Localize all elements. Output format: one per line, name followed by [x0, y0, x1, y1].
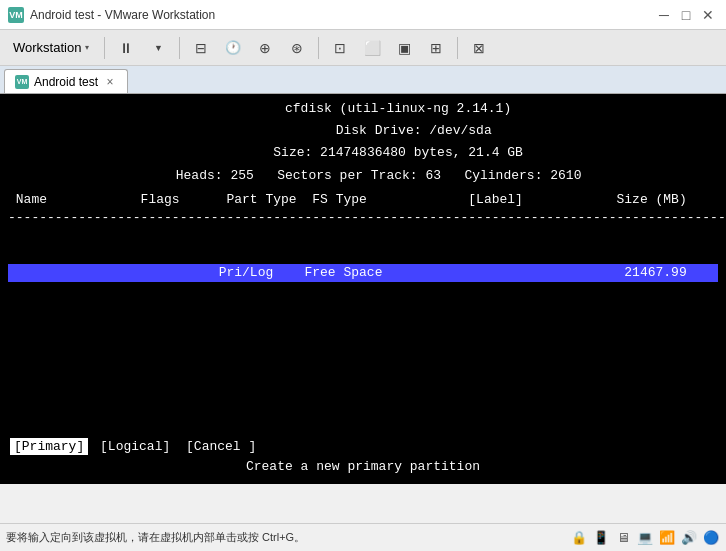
terminal-divider: ----------------------------------------…: [8, 209, 718, 227]
terminal-columns: Name Flags Part Type FS Type [Label] Siz…: [8, 191, 718, 209]
toolbar: Workstation ▾ ⏸ ▼ ⊟ 🕐 ⊕ ⊛ ⊡ ⬜ ▣ ⊞ ⊠: [0, 30, 726, 66]
terminal-line-3: Disk Drive: /dev/sda: [8, 122, 718, 140]
history-button[interactable]: 🕐: [218, 34, 248, 62]
window-controls: ─ □ ✕: [654, 5, 718, 25]
status-icons: 🔒 📱 🖥 💻 📶 🔊 🔵: [570, 529, 720, 547]
toolbar-separator-4: [457, 37, 458, 59]
tab-icon: VM: [15, 75, 29, 89]
terminal-options: [Primary] [Logical] [Cancel ]: [0, 439, 726, 454]
minimize-button[interactable]: ─: [654, 5, 674, 25]
view-button-2[interactable]: ⬜: [357, 34, 387, 62]
bluetooth-icon: 🔵: [702, 529, 720, 547]
tab-close-button[interactable]: ×: [103, 75, 117, 89]
terminal-line-4: Size: 21474836480 bytes, 21.4 GB: [8, 144, 718, 162]
terminal-create-msg: Create a new primary partition: [0, 458, 726, 476]
terminal-highlighted-row: Pri/Log Free Space 21467.99: [8, 227, 718, 318]
suspend-icon: ⊕: [259, 40, 271, 56]
fullscreen-icon: ⊠: [473, 40, 485, 56]
view-button-4[interactable]: ⊞: [421, 34, 451, 62]
device-icon-3: 💻: [636, 529, 654, 547]
view-icon-1: ⊡: [334, 40, 346, 56]
device-icon-1: 📱: [592, 529, 610, 547]
snapshot-button[interactable]: ⊟: [186, 34, 216, 62]
terminal-area[interactable]: cfdisk (util-linux-ng 2.14.1) Disk Drive…: [0, 94, 726, 484]
audio-icon: 🔊: [680, 529, 698, 547]
pause-dropdown-icon: ▼: [154, 43, 163, 53]
status-text: 要将输入定向到该虚拟机，请在虚拟机内部单击或按 Ctrl+G。: [6, 530, 570, 545]
view-icon-2: ⬜: [364, 40, 381, 56]
restore-button[interactable]: □: [676, 5, 696, 25]
pause-dropdown-button[interactable]: ▼: [143, 34, 173, 62]
workstation-menu-button[interactable]: Workstation ▾: [4, 34, 98, 62]
power-button[interactable]: ⊛: [282, 34, 312, 62]
view-icon-4: ⊞: [430, 40, 442, 56]
app-icon: VM: [8, 7, 24, 23]
cancel-option[interactable]: [Cancel ]: [182, 438, 260, 455]
status-bar: 要将输入定向到该虚拟机，请在虚拟机内部单击或按 Ctrl+G。 🔒 📱 🖥 💻 …: [0, 523, 726, 551]
tab-bar: VM Android test ×: [0, 66, 726, 94]
toolbar-separator-2: [179, 37, 180, 59]
workstation-dropdown-arrow: ▾: [85, 43, 89, 52]
window-title: Android test - VMware Workstation: [30, 8, 654, 22]
close-button[interactable]: ✕: [698, 5, 718, 25]
snapshot-icon: ⊟: [195, 40, 207, 56]
suspend-button[interactable]: ⊕: [250, 34, 280, 62]
history-icon: 🕐: [225, 40, 241, 55]
workstation-label: Workstation: [13, 40, 81, 55]
tab-label: Android test: [34, 75, 98, 89]
tab-android-test[interactable]: VM Android test ×: [4, 69, 128, 93]
view-button-3[interactable]: ▣: [389, 34, 419, 62]
pause-button[interactable]: ⏸: [111, 34, 141, 62]
view-button-1[interactable]: ⊡: [325, 34, 355, 62]
network-icon: 📶: [658, 529, 676, 547]
fullscreen-button[interactable]: ⊠: [464, 34, 494, 62]
view-icon-3: ▣: [398, 40, 411, 56]
primary-option[interactable]: [Primary]: [10, 438, 88, 455]
power-icon: ⊛: [291, 40, 303, 56]
terminal-line-1: cfdisk (util-linux-ng 2.14.1): [8, 100, 718, 118]
title-bar: VM Android test - VMware Workstation ─ □…: [0, 0, 726, 30]
terminal-line-5: Heads: 255 Sectors per Track: 63 Cylinde…: [8, 167, 718, 185]
toolbar-separator-1: [104, 37, 105, 59]
toolbar-separator-3: [318, 37, 319, 59]
pause-icon: ⏸: [119, 40, 133, 56]
logical-option[interactable]: [Logical]: [96, 438, 174, 455]
device-icon-2: 🖥: [614, 529, 632, 547]
lock-icon: 🔒: [570, 529, 588, 547]
